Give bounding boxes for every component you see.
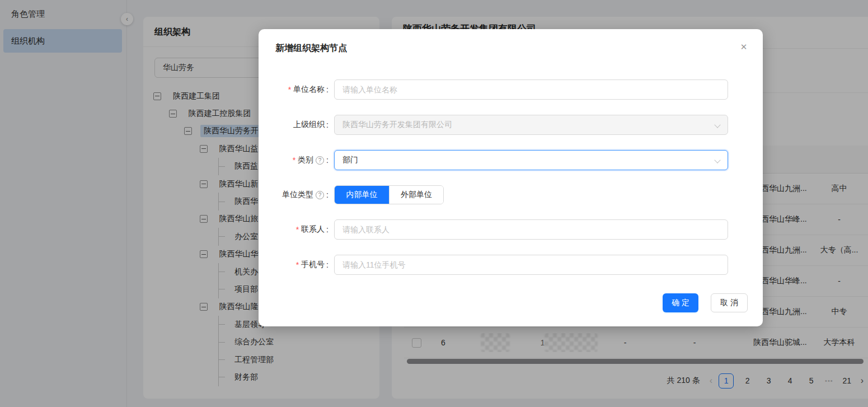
category-select[interactable]: 部门 xyxy=(334,150,728,170)
help-circle-icon[interactable]: ? xyxy=(316,156,324,165)
field-phone: *手机号: xyxy=(275,255,746,275)
phone-input[interactable] xyxy=(342,260,720,269)
category-value: 部门 xyxy=(342,155,358,165)
required-mark: * xyxy=(296,260,299,269)
required-mark: * xyxy=(288,85,291,94)
field-parent-org: 上级组织: 陕西华山劳务开发集团有限公司 xyxy=(275,115,746,135)
add-org-node-modal: 新增组织架构节点 ✕ *单位名称: 上级组织: 陕西华山劳务开发集团有限公司 *… xyxy=(259,29,763,326)
contact-input[interactable] xyxy=(342,225,720,234)
field-label: 手机号 xyxy=(301,260,325,270)
field-unit-name: *单位名称: xyxy=(275,79,746,100)
field-contact: *联系人: xyxy=(275,219,746,240)
modal-title: 新增组织架构节点 xyxy=(275,43,347,54)
required-mark: * xyxy=(296,225,299,234)
unit-name-input[interactable] xyxy=(342,85,720,94)
parent-org-select: 陕西华山劳务开发集团有限公司 xyxy=(334,115,728,135)
field-label: 联系人 xyxy=(301,224,325,235)
cancel-button[interactable]: 取 消 xyxy=(711,293,748,312)
field-label: 单位名称 xyxy=(293,85,325,95)
confirm-button[interactable]: 确 定 xyxy=(663,293,698,312)
chevron-down-icon xyxy=(714,157,720,163)
field-category: *类别?: 部门 xyxy=(275,150,746,170)
unit-type-internal[interactable]: 内部单位 xyxy=(335,186,389,204)
modal-form: *单位名称: 上级组织: 陕西华山劳务开发集团有限公司 *类别?: 部门 xyxy=(275,79,746,290)
required-mark: * xyxy=(293,156,295,165)
field-label: 类别 xyxy=(298,155,313,165)
field-unit-type: 单位类型?: 内部单位 外部单位 xyxy=(275,185,746,204)
app-canvas: 角色管理 组织机构 ‹ 组织架构 陕西建工集团 陕西建工控股集团 xyxy=(0,0,868,407)
help-circle-icon[interactable]: ? xyxy=(316,191,324,199)
chevron-down-icon xyxy=(714,121,720,128)
modal-footer: 确 定 取 消 xyxy=(663,293,748,312)
field-label: 上级组织 xyxy=(293,120,325,130)
unit-type-toggle: 内部单位 外部单位 xyxy=(334,185,444,204)
field-label: 单位类型 xyxy=(282,190,313,200)
close-icon[interactable]: ✕ xyxy=(737,40,750,54)
parent-org-value: 陕西华山劳务开发集团有限公司 xyxy=(342,120,452,130)
unit-type-external[interactable]: 外部单位 xyxy=(389,186,443,204)
